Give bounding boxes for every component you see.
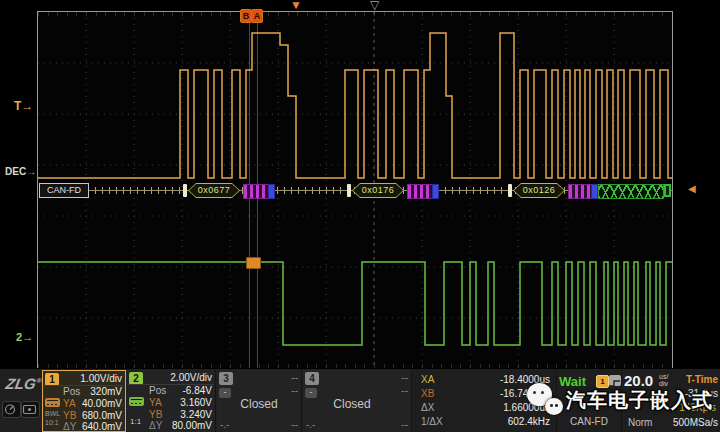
gesture-touch-button[interactable] (21, 401, 40, 418)
channel4-panel[interactable]: 4 -- -- - Closed -.- -- (303, 370, 412, 432)
brand-logo: ZLG® (5, 375, 43, 392)
cursor-xa-label: XA (421, 374, 434, 385)
channel3-bottom-left-dash: -.- (220, 419, 229, 430)
channel1-ya-label: YA (63, 398, 76, 409)
channel2-trace (38, 262, 672, 345)
decode-row-marker[interactable]: DEC→ (5, 166, 36, 177)
channel3-bottom-right-dash: -- (291, 419, 298, 430)
channel2-coupling-icon[interactable] (129, 397, 144, 406)
channel1-dy-label: ΔY (63, 421, 76, 432)
channel1-dy-value: 640.0mV (82, 421, 122, 432)
cursor-xb-label: XB (421, 388, 434, 399)
channel2-pos-label: Pos (149, 385, 166, 396)
cursor-intersect-marker (246, 257, 261, 269)
cursor-a-handle[interactable]: A (251, 9, 263, 23)
decode-row-label: DEC (5, 166, 26, 177)
channel3-scale: -- (291, 372, 298, 383)
gesture-knob-button[interactable] (2, 401, 21, 418)
channel1-trace (38, 33, 672, 178)
channel2-dy-value: 80.00mV (172, 420, 212, 431)
decode-arrow-icon: → (26, 166, 36, 177)
screen-center-icon: ▽ (370, 0, 379, 11)
watermark-text: 汽车电子嵌入式 (566, 387, 713, 414)
channel3-panel[interactable]: 3 -- -- - Closed -.- -- (217, 370, 302, 432)
channel1-panel[interactable]: 1 1.00V/div Pos 320mV YA 40.00mV YB 680.… (42, 370, 126, 432)
channel1-ya-value: 40.00mV (82, 398, 122, 409)
watermark: 汽车电子嵌入式 (526, 380, 713, 420)
waveform-grid[interactable]: CAN-FD 0x0677 0x0176 0x0126 (38, 12, 672, 368)
channel4-bottom-left-dash: -.- (306, 419, 315, 430)
channel1-yb-value: 680.0mV (82, 410, 122, 421)
channel2-pos-value: -6.84V (183, 385, 212, 396)
channel4-state: Closed (293, 397, 411, 411)
channel1-yb-label: YB (63, 410, 76, 421)
trigger-arrow-icon: → (21, 99, 33, 113)
channel1-pos-label: Pos (63, 386, 80, 397)
channel2-arrow-icon: → (22, 331, 33, 343)
wechat-logo-icon (526, 380, 566, 420)
cursor-inv-dx-label: 1/ΔX (421, 416, 443, 427)
channel1-scale: 1.00V/div (80, 373, 122, 384)
channel3-pos-value: -- (291, 385, 298, 396)
decode-scroll-right-icon[interactable]: ◀ (688, 183, 696, 194)
channel2-dy-label: ΔY (149, 420, 162, 431)
channel2-probe-ratio: 1:1 (130, 418, 141, 426)
channel1-bwl-badge: BWL (45, 410, 60, 418)
channel1-pos-value: 320mV (90, 386, 122, 397)
channel2-yb-label: YB (149, 409, 162, 420)
channel2-ya-label: YA (149, 397, 162, 408)
channel4-bottom-right-dash: -- (401, 419, 408, 430)
channel2-yb-value: 3.240V (180, 409, 212, 420)
channel3-badge[interactable]: 3 (219, 372, 233, 385)
channel4-pos-value: -- (401, 385, 408, 396)
channel3-state: Closed (217, 397, 301, 411)
trigger-level-marker[interactable]: T→ (14, 99, 33, 113)
channel1-probe-ratio: 10:1 (45, 419, 59, 427)
channel4-scale: -- (401, 372, 408, 383)
channel2-ya-value: 3.160V (180, 397, 212, 408)
channel2-position-marker[interactable]: 2→ (16, 331, 33, 343)
channel4-badge[interactable]: 4 (305, 372, 319, 385)
cursor-dx-label: ΔX (421, 402, 434, 413)
oscilloscope-screen: T→ DEC→ 2→ ▼ ▽ B A (0, 0, 720, 432)
channel2-panel[interactable]: 2 2.00V/div Pos -6.84V YA 3.160V YB 3.24… (127, 370, 216, 432)
channel2-scale: 2.00V/div (170, 372, 212, 383)
channel1-coupling-icon[interactable] (45, 398, 60, 407)
waveform-traces (38, 12, 672, 368)
trigger-position-icon[interactable]: ▼ (290, 0, 302, 11)
